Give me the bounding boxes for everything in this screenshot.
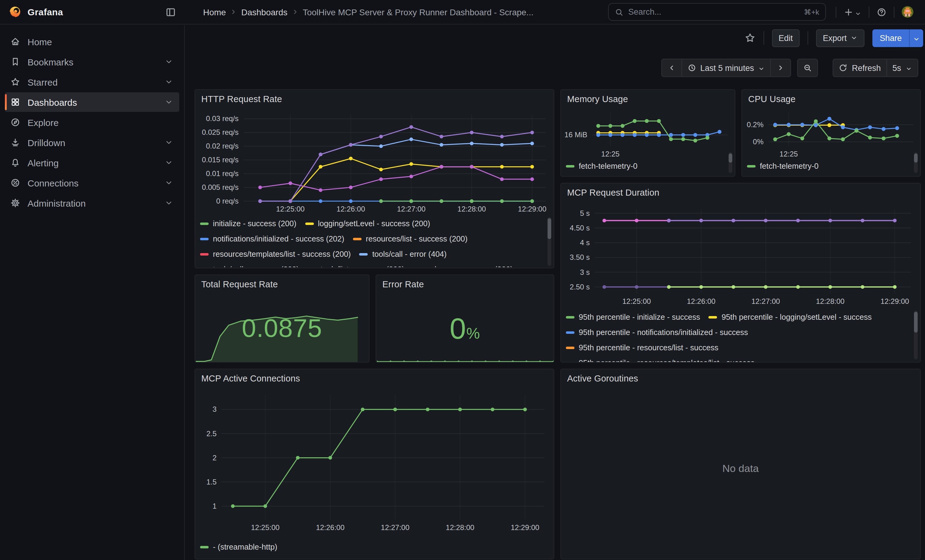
sidebar-item-bookmarks[interactable]: Bookmarks [5,52,179,72]
search-field[interactable] [628,8,799,17]
top-bar: Grafana Home Dashboards ToolHive MCP Ser… [0,0,925,24]
svg-text:0.025 req/s: 0.025 req/s [202,128,239,136]
chevron-down-icon [164,98,173,107]
svg-text:0.02 req/s: 0.02 req/s [206,142,239,150]
time-forward-button[interactable] [771,59,791,77]
sidebar-item-explore[interactable]: Explore [5,113,179,132]
sidebar-item-administration[interactable]: Administration [5,193,179,213]
zoom-out-button[interactable] [798,59,818,77]
breadcrumb-home[interactable]: Home [203,7,226,17]
gear-icon [11,198,20,208]
sidebar-item-home[interactable]: Home [5,32,179,51]
add-button[interactable] [844,7,862,17]
svg-text:12:27:00: 12:27:00 [751,297,780,305]
share-menu-button[interactable] [909,29,923,47]
legend-item[interactable]: - (streamable-http) [200,539,277,554]
chart-legend: 95th percentile - initialize - success95… [566,309,911,363]
panel-total-request-rate: Total Request Rate 0.0875 [194,275,369,363]
panel-title: MCP Request Duration [561,183,920,197]
sidebar-item-connections[interactable]: Connections [5,173,179,192]
panel-active-goroutines: Active Goroutines No data [560,369,921,559]
svg-text:0.015 req/s: 0.015 req/s [202,156,239,164]
sidebar-item-starred[interactable]: Starred [5,72,179,92]
svg-text:16 MiB: 16 MiB [564,131,587,139]
legend-item[interactable]: 95th percentile - initialize - success [566,309,700,324]
panel-error-rate: Error Rate 0% [376,275,554,363]
share-button[interactable]: Share [872,29,909,47]
legend-item[interactable]: resources/templates/list - success (200) [200,246,351,262]
chevron-down-icon [164,158,173,167]
legend-scrollbar[interactable] [548,217,551,266]
svg-text:12:25: 12:25 [601,150,619,158]
panel-title: Active Goroutines [561,369,920,383]
svg-text:3: 3 [212,405,217,413]
refresh-interval-label: 5s [892,63,901,72]
chevron-down-icon [913,34,920,42]
legend-item[interactable]: tools/list - success (200) [308,262,405,267]
svg-text:12:25:00: 12:25:00 [251,523,279,531]
legend-scrollbar[interactable] [914,311,917,359]
chevron-down-icon [850,34,858,42]
legend-item[interactable]: 95th percentile - notifications/initiali… [566,324,748,340]
svg-text:12:26:00: 12:26:00 [316,523,344,531]
legend-item[interactable]: 95th percentile - logging/setLevel - suc… [709,309,872,324]
svg-text:12:28:00: 12:28:00 [816,297,844,305]
sidebar-item-dashboards[interactable]: Dashboards [5,92,179,112]
legend-scrollbar[interactable] [914,152,917,173]
svg-text:3.50 s: 3.50 s [570,253,590,261]
svg-text:12:27:00: 12:27:00 [397,205,425,213]
search-shortcut: ⌘+k [804,8,819,16]
avatar[interactable] [902,6,913,18]
panel-title: Error Rate [376,275,554,289]
legend-item[interactable]: tools/call - success (200) [200,262,299,267]
chevron-right-icon [230,8,238,16]
export-button[interactable]: Export [816,29,865,47]
legend-item[interactable]: fetch-telemetry-0 [566,158,637,174]
apps-icon [11,97,20,107]
search-icon [615,8,624,16]
legend-item[interactable]: notifications/initialized - success (202… [200,231,344,246]
chevron-down-icon [164,199,173,207]
time-controls: Last 5 minutes Refresh 5s [661,59,918,77]
panel-title: MCP Active Connections [195,369,554,383]
breadcrumb-dashboards[interactable]: Dashboards [241,7,288,17]
search-input[interactable]: ⌘+k [608,3,826,21]
legend-item[interactable]: 95th percentile - resources/list - succe… [566,340,719,355]
sidebar-item-alerting[interactable]: Alerting [5,153,179,173]
star-icon [11,77,20,87]
refresh-button[interactable]: Refresh [833,59,886,77]
svg-text:4 s: 4 s [580,239,590,247]
legend-item[interactable]: fetch-telemetry-0 [747,158,818,174]
dock-menu-icon[interactable] [165,6,176,17]
refresh-label: Refresh [852,63,881,72]
legend-item[interactable]: tools/call - error (404) [359,246,447,262]
time-back-button[interactable] [661,59,681,77]
stat-unit: % [466,324,480,342]
share-split-button: Share [872,29,923,47]
legend-scrollbar[interactable] [729,152,732,173]
edit-button[interactable]: Edit [772,29,800,47]
breadcrumb-current: ToolHive MCP Server & Proxy Runner Dashb… [303,7,533,17]
svg-text:12:28:00: 12:28:00 [457,205,486,213]
memory-usage-chart: 16 MiB12:25 [563,106,733,158]
question-circle-icon [877,7,886,17]
refresh-interval-picker[interactable]: 5s [886,59,917,77]
legend-item[interactable]: initialize - success (200) [200,216,297,231]
grafana-app: Grafana Home Dashboards ToolHive MCP Ser… [0,0,925,560]
time-range-picker[interactable]: Last 5 minutes [681,59,771,77]
mcp-request-duration-chart: 2.50 s3 s3.50 s4 s4.50 s5 s12:25:0012:26… [563,202,918,309]
help-button[interactable] [877,7,886,17]
svg-text:2.50 s: 2.50 s [570,283,590,291]
chevron-down-icon [758,65,765,71]
legend-item[interactable]: unknown - success (200) [413,262,513,267]
sidebar-item-label: Dashboards [27,97,77,107]
drilldown-icon [11,138,20,147]
zoom-out-icon [804,64,812,72]
favorite-star-icon[interactable] [744,32,755,44]
legend-item[interactable]: logging/setLevel - success (200) [305,216,430,231]
svg-text:0.03 req/s: 0.03 req/s [206,114,239,123]
legend-item[interactable]: resources/list - success (200) [353,231,468,246]
svg-text:5 s: 5 s [580,209,590,217]
legend-item[interactable]: 95th percentile - resources/templates/li… [566,355,755,363]
sidebar-item-drilldown[interactable]: Drilldown [5,133,179,152]
